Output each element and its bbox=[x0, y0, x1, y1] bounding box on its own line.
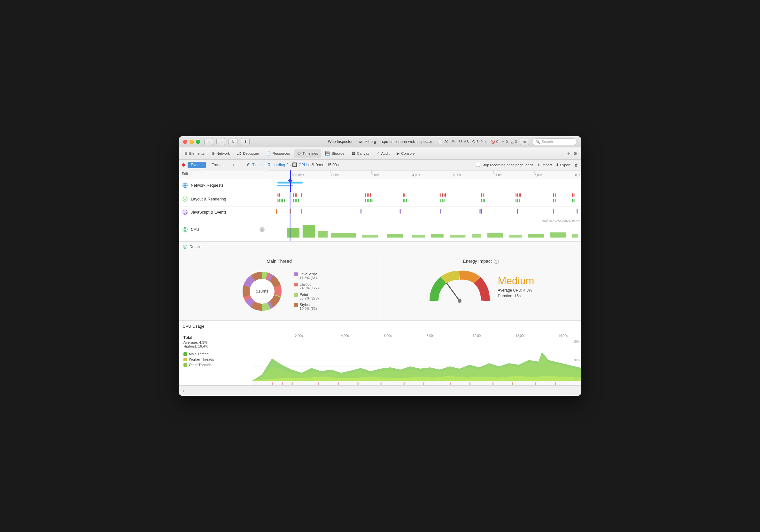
export-button[interactable]: ⬇ Export bbox=[556, 163, 570, 167]
svg-rect-93 bbox=[431, 234, 444, 238]
svg-rect-34 bbox=[555, 193, 556, 197]
cpu-ruler-6s: 6,00s bbox=[384, 334, 392, 338]
cpu-row: CPU × Maximum CPU Usage: 16,4% bbox=[179, 218, 581, 241]
svg-rect-35 bbox=[572, 193, 573, 197]
svg-rect-64 bbox=[555, 199, 556, 202]
sidebar-toggle-button[interactable]: ⊞ bbox=[204, 138, 213, 145]
frames-tab[interactable]: Frames bbox=[209, 162, 228, 168]
cpu-legend: Main Thread Worker Threads Other Threads bbox=[183, 352, 247, 367]
svg-rect-42 bbox=[293, 199, 294, 202]
ruler-label-1: 1000,0ms bbox=[290, 173, 304, 177]
svg-rect-76 bbox=[480, 209, 481, 214]
layout-toggle-button[interactable]: ⊟ bbox=[216, 138, 225, 145]
svg-rect-79 bbox=[553, 209, 554, 214]
svg-rect-37 bbox=[277, 199, 278, 202]
search-box[interactable]: 🔍 Search bbox=[532, 138, 577, 145]
next-recording-button[interactable]: › bbox=[238, 162, 244, 168]
svg-rect-118 bbox=[292, 382, 293, 385]
tab-timelines[interactable]: ⏱ Timelines bbox=[294, 149, 321, 158]
settings-button[interactable]: ⚙ bbox=[572, 150, 579, 157]
tab-audit[interactable]: ✓ Audit bbox=[373, 149, 393, 158]
tab-storage[interactable]: 💾 Storage bbox=[322, 149, 348, 158]
tab-elements[interactable]: ⊞ Elements bbox=[181, 149, 208, 158]
breadcrumb-cpu[interactable]: CPU bbox=[299, 163, 307, 167]
add-tab-button[interactable]: + bbox=[566, 149, 571, 158]
svg-rect-61 bbox=[517, 199, 518, 202]
cpu-usage-title: CPU Usage bbox=[179, 321, 581, 332]
console-arrow[interactable]: › bbox=[182, 388, 184, 393]
layout-rendering-content[interactable] bbox=[268, 192, 581, 206]
details-section: Details Main Thread bbox=[179, 241, 581, 320]
stop-recording-checkbox[interactable] bbox=[476, 163, 480, 167]
legend-paint-info: Paint 53,7% (278) bbox=[300, 293, 319, 300]
tab-console[interactable]: ▶ Console bbox=[394, 149, 418, 158]
svg-rect-57 bbox=[481, 199, 482, 202]
tab-canvas[interactable]: 🖼 Canvas bbox=[348, 149, 373, 158]
import-button[interactable]: ⬆ Import bbox=[537, 163, 552, 167]
svg-rect-30 bbox=[517, 193, 518, 197]
tab-debugger[interactable]: ⎇ Debugger bbox=[234, 149, 262, 158]
svg-rect-24 bbox=[442, 193, 443, 197]
crosshair-icon: ⊕ bbox=[523, 140, 526, 144]
svg-rect-97 bbox=[509, 235, 522, 238]
network-icon: ⊕ bbox=[212, 151, 215, 156]
cpu-close-button[interactable]: × bbox=[260, 227, 264, 232]
svg-rect-123 bbox=[404, 382, 404, 385]
donut-center-label: 518ms bbox=[256, 289, 268, 294]
svg-rect-21 bbox=[403, 193, 404, 197]
svg-rect-45 bbox=[298, 199, 299, 202]
svg-rect-87 bbox=[303, 225, 315, 238]
svg-point-82 bbox=[183, 227, 187, 232]
refresh-button[interactable]: ↻ bbox=[228, 138, 237, 145]
warning-icon-b: ⚠ bbox=[501, 140, 505, 144]
ruler-label-3: 3,00s bbox=[371, 173, 379, 177]
svg-rect-63 bbox=[553, 199, 554, 202]
main-thread-panel: Main Thread bbox=[179, 252, 380, 320]
svg-rect-22 bbox=[404, 193, 405, 197]
timeline-edit-label[interactable]: Edit bbox=[179, 170, 268, 179]
stop-recording-control[interactable]: Stop recording once page loads bbox=[476, 163, 533, 167]
cpu-chart-area[interactable]: 2,00s 4,00s 6,00s 8,00s 10,00s 12,00s 14… bbox=[252, 332, 581, 385]
recording-right-controls: Stop recording once page loads ⬆ Import … bbox=[476, 163, 578, 167]
svg-rect-127 bbox=[493, 382, 494, 385]
page-count: 📄 20 bbox=[439, 140, 448, 144]
svg-rect-65 bbox=[572, 199, 573, 202]
tab-network[interactable]: ⊕ Network bbox=[209, 149, 233, 158]
js-events-content[interactable] bbox=[268, 207, 581, 218]
download-button[interactable]: ⬇ bbox=[241, 138, 250, 145]
time-count: ⏱ 540ms bbox=[472, 140, 487, 144]
cpu-ruler-svg: 2,00s 4,00s 6,00s 8,00s 10,00s 12,00s 14… bbox=[252, 332, 581, 339]
svg-rect-73 bbox=[360, 209, 361, 214]
cpu-percent-15: 15% bbox=[573, 340, 580, 343]
svg-rect-62 bbox=[519, 199, 520, 202]
network-requests-content[interactable] bbox=[268, 179, 581, 192]
ruler-label-4: 4,00s bbox=[412, 173, 420, 177]
cpu-row-content[interactable]: Maximum CPU Usage: 16,4% bbox=[268, 218, 581, 241]
error-icon: 🚫 bbox=[491, 140, 495, 144]
events-tab[interactable]: Events bbox=[188, 162, 206, 168]
close-button[interactable] bbox=[183, 140, 187, 144]
main-thread-title: Main Thread bbox=[266, 259, 292, 264]
clear-button[interactable]: 🗑 bbox=[574, 163, 578, 167]
tab-resources[interactable]: 📄 Resources bbox=[263, 149, 293, 158]
legend-layout-color bbox=[294, 283, 298, 286]
svg-rect-38 bbox=[279, 199, 280, 202]
energy-help-button[interactable]: ? bbox=[494, 259, 499, 264]
prev-recording-button[interactable]: ‹ bbox=[230, 162, 236, 168]
zoom-button[interactable] bbox=[196, 140, 200, 144]
legend-js-label: JavaScript bbox=[300, 272, 317, 276]
cpu-chart[interactable]: 15% 10% 5% bbox=[252, 339, 581, 381]
minimize-button[interactable] bbox=[190, 140, 194, 144]
cpu-legend-main: Main Thread bbox=[183, 352, 247, 356]
svg-rect-39 bbox=[281, 199, 282, 202]
svg-rect-17 bbox=[365, 193, 366, 197]
donut-legend: JavaScript 11,8% (61) Layout 24,5% (127) bbox=[294, 272, 319, 311]
legend-js: JavaScript 11,8% (61) bbox=[294, 272, 319, 280]
breadcrumb-recording[interactable]: Timeline Recording 2 bbox=[252, 163, 288, 167]
js-events-icon: JS bbox=[182, 209, 188, 216]
details-body: Main Thread bbox=[179, 252, 581, 320]
crosshair-button[interactable]: ⊕ bbox=[520, 138, 529, 145]
elements-icon: ⊞ bbox=[184, 151, 188, 156]
svg-rect-117 bbox=[282, 382, 283, 385]
svg-rect-32 bbox=[520, 193, 521, 197]
